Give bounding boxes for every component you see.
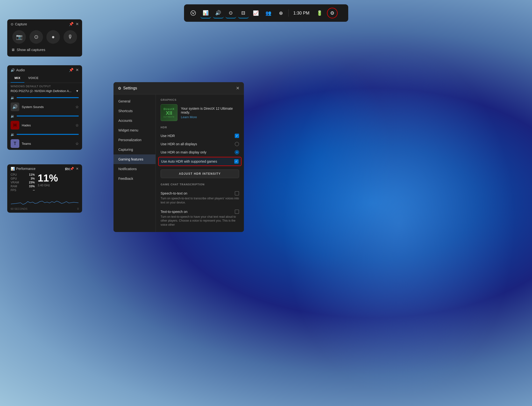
show-all-captures-link[interactable]: 🖥 Show all captures	[7, 46, 82, 53]
perf-big-display: 11% 3.40 GHz 100	[38, 173, 58, 192]
tab-mix[interactable]: MIX	[11, 74, 24, 83]
game-chat-section: GAME CHAT TRANSCRIPTION Speech-to-text o…	[161, 183, 239, 229]
system-sounds-icon: 🔊	[11, 102, 19, 111]
tab-voice[interactable]: VOICE	[24, 74, 43, 83]
directx-logo: DirectX XII ULTIMATE	[161, 104, 177, 121]
audio-title: Audio	[16, 68, 25, 72]
cpu-value: 11%	[29, 173, 35, 176]
hdr-all-displays-radio[interactable]	[235, 142, 239, 146]
audio-pin-icon[interactable]: 📌	[69, 68, 74, 72]
widget-performance-icon[interactable]: 📊	[200, 8, 211, 18]
capture-toolbar-icon[interactable]: ⊙	[226, 8, 236, 18]
nav-notifications[interactable]: Notifications	[113, 164, 156, 174]
capture-header-left: ⊙ Capture	[11, 22, 27, 26]
hdr-all-displays-label: Use HDR on all displays	[161, 142, 197, 146]
settings-main-content: GRAPHICS DirectX XII ULTIMATE Your syste…	[156, 94, 244, 232]
perf-close-icon[interactable]: ✕	[76, 167, 79, 171]
system-sounds-star[interactable]: ☆	[75, 105, 79, 109]
hades-row: H Hades ☆	[7, 119, 82, 131]
system-sounds-fill	[17, 116, 79, 116]
use-hdr-checkbox[interactable]	[235, 134, 239, 138]
settings-toolbar-icon[interactable]: ⚙	[327, 8, 338, 18]
directx-ready-text: Your system is DirectX 12 Ultimate ready…	[181, 107, 239, 114]
settings-close-button[interactable]: ✕	[236, 86, 240, 91]
capture-pin-icon[interactable]: 📌	[69, 22, 74, 26]
text-to-speech-checkbox[interactable]	[235, 210, 239, 214]
teams-icon: T	[11, 139, 19, 148]
text-to-speech-header: Text-to-speech on	[161, 210, 239, 214]
nav-shortcuts[interactable]: Shortcuts	[113, 106, 156, 116]
mic-off-button[interactable]: 🎙	[64, 30, 77, 44]
capture-title: Capture	[15, 22, 27, 26]
capture-widget: ⊙ Capture 📌 ✕ 📷 ⊙ ● 🎙 🖥 Show all capture…	[7, 19, 82, 57]
nav-gaming-features[interactable]: Gaming features	[113, 154, 156, 164]
hades-star[interactable]: ☆	[75, 123, 79, 128]
auto-hdr-option: Use Auto HDR with supported games	[158, 157, 241, 166]
perf-header-left: 📊 Performance	[11, 167, 35, 171]
vram-value: 23%	[29, 181, 35, 184]
master-volume-slider-row: 🔉	[7, 95, 82, 101]
nav-capturing[interactable]: Capturing	[113, 145, 156, 154]
speech-to-text-header: Speech-to-text on	[161, 191, 239, 196]
perf-max-value: 100	[65, 167, 70, 171]
master-volume-fill	[17, 97, 79, 98]
nav-widget-menu[interactable]: Widget menu	[113, 125, 156, 135]
directx-card: DirectX XII ULTIMATE Your system is Dire…	[161, 104, 239, 121]
settings-navigation: General Shortcuts Accounts Widget menu P…	[113, 94, 156, 232]
spotify-toolbar-icon[interactable]: ⊕	[276, 8, 286, 18]
svg-point-0	[191, 11, 196, 15]
hdr-main-display-radio[interactable]	[235, 150, 239, 154]
nav-feedback[interactable]: Feedback	[113, 174, 156, 183]
audio-device-chevron: ▼	[76, 89, 79, 93]
nav-personalization[interactable]: Personalization	[113, 135, 156, 145]
nav-accounts[interactable]: Accounts	[113, 116, 156, 125]
perf-pin-icon[interactable]: 📌	[70, 167, 74, 171]
toolbar-divider	[288, 9, 289, 17]
performance-header-icon: 📊	[11, 167, 15, 171]
system-sounds-slider-row: 🔉	[7, 113, 82, 119]
screen-toolbar-icon[interactable]: ⊟	[238, 8, 249, 18]
monitor-icon: 🖥	[11, 48, 15, 52]
friends-toolbar-icon[interactable]: 👥	[263, 8, 274, 18]
audio-close-icon[interactable]: ✕	[76, 68, 79, 72]
hades-slider[interactable]	[17, 134, 79, 135]
vram-stat: VRAM 23%	[11, 181, 35, 184]
screenshot-button[interactable]: 📷	[12, 30, 26, 44]
hdr-section: HDR Use HDR Use HDR on all displays Use …	[161, 126, 239, 178]
show-all-captures-label: Show all captures	[17, 48, 45, 52]
master-volume-slider[interactable]	[17, 97, 79, 98]
settings-body: General Shortcuts Accounts Widget menu P…	[113, 94, 244, 232]
record-no-mic-button[interactable]: ⊙	[29, 30, 43, 44]
battery-icon: 🔋	[314, 8, 325, 18]
capture-header-icon: ⊙	[11, 22, 14, 26]
xbox-icon[interactable]	[188, 8, 199, 18]
hades-fill	[17, 134, 79, 135]
system-sounds-slider[interactable]	[17, 116, 79, 116]
capture-widget-header: ⊙ Capture 📌 ✕	[7, 19, 82, 28]
cpu-stat: CPU 11%	[11, 173, 35, 176]
volume-icon[interactable]: 🔊	[213, 8, 224, 18]
teams-star[interactable]: ☆	[75, 141, 79, 146]
record-button[interactable]: ●	[46, 30, 60, 44]
audio-device-selector[interactable]: ROG PG27U (2- NVIDIA High Definition A..…	[7, 88, 82, 95]
text-to-speech-desc: Turn on text-to-speech to have your chat…	[161, 215, 239, 227]
hdr-main-display-label: Use HDR on main display only	[161, 150, 206, 154]
gpu-stat: GPU 3%	[11, 177, 35, 180]
directx-version: XII	[166, 110, 172, 116]
auto-hdr-label: Use Auto HDR with supported games	[161, 160, 217, 163]
adjust-hdr-button[interactable]: ADJUST HDR INTENSITY	[161, 169, 239, 178]
chart-label-zero: 0	[77, 207, 79, 210]
text-to-speech-option: Text-to-speech on Turn on text-to-speech…	[161, 207, 239, 229]
audio-output-label: WINDOWS DEFAULT OUTPUT	[7, 83, 82, 88]
gamebar-time: 1:30 PM	[291, 11, 312, 16]
learn-more-link[interactable]: Learn More	[181, 115, 239, 119]
nav-general[interactable]: General	[113, 96, 156, 106]
system-sounds-row: 🔊 System Sounds ☆	[7, 101, 82, 113]
gpu-label: GPU	[11, 177, 17, 180]
perf-stats-list: CPU 11% GPU 3% VRAM 23% RAM 33% FPS --	[11, 173, 35, 192]
auto-hdr-checkbox[interactable]	[234, 159, 239, 164]
speech-to-text-checkbox[interactable]	[235, 191, 239, 196]
bar-chart-icon[interactable]: 📈	[251, 8, 261, 18]
capture-close-icon[interactable]: ✕	[76, 22, 79, 26]
hades-slider-row: 🔉	[7, 131, 82, 137]
